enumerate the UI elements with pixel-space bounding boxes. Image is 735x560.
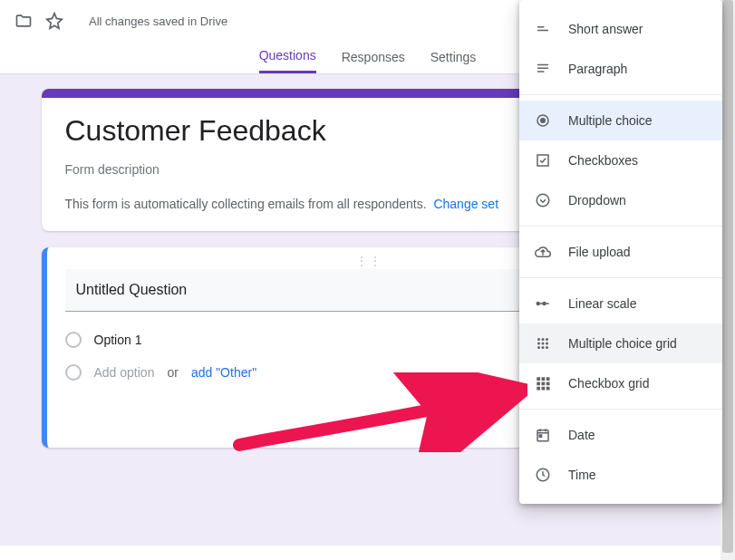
radio-icon (65, 332, 82, 348)
clock-icon (534, 466, 552, 484)
add-other-link[interactable]: add "Other" (191, 365, 256, 380)
svg-rect-25 (546, 382, 550, 386)
svg-rect-5 (537, 155, 548, 166)
radio-icon (65, 364, 82, 381)
svg-point-4 (540, 118, 546, 123)
paragraph-icon (534, 60, 552, 78)
svg-point-6 (537, 194, 549, 207)
svg-point-12 (542, 338, 545, 341)
svg-point-13 (546, 338, 548, 341)
dropdown-label: Checkboxes (568, 153, 638, 168)
option-1-text[interactable]: Option 1 (94, 333, 142, 347)
svg-point-19 (546, 346, 548, 349)
dropdown-option-paragraph[interactable]: Paragraph (519, 49, 722, 89)
save-status: All changes saved in Drive (89, 14, 227, 28)
dropdown-option-short-answer[interactable]: Short answer (519, 9, 722, 49)
checkbox-icon (534, 151, 552, 169)
dropdown-label: File upload (568, 245, 631, 259)
tab-questions[interactable]: Questions (259, 48, 316, 73)
radio-filled-icon (534, 111, 552, 130)
dropdown-label: Time (568, 468, 596, 482)
dropdown-option-multiple-choice[interactable]: Multiple choice (519, 101, 722, 140)
dropdown-label: Checkbox grid (568, 376, 650, 391)
dropdown-option-multiple-choice-grid[interactable]: Multiple choice grid (519, 323, 722, 363)
upload-icon (534, 243, 552, 261)
svg-point-11 (537, 338, 540, 341)
scrollbar-thumb[interactable] (722, 0, 733, 553)
dropdown-label: Multiple choice (568, 113, 653, 128)
dropdown-label: Multiple choice grid (568, 336, 677, 351)
tab-settings[interactable]: Settings (430, 50, 477, 73)
dropdown-option-checkboxes[interactable]: Checkboxes (519, 140, 722, 180)
svg-rect-22 (546, 377, 550, 381)
add-option-link[interactable]: Add option (94, 365, 155, 380)
scrollbar[interactable] (720, 0, 735, 560)
dropdown-option-dropdown[interactable]: Dropdown (519, 180, 722, 220)
dropdown-label: Dropdown (568, 193, 626, 208)
dropdown-label: Paragraph (568, 62, 627, 76)
dropdown-label: Date (568, 428, 595, 442)
email-notice-text: This form is automatically collecting em… (65, 197, 427, 211)
or-text: or (167, 365, 178, 380)
dropdown-option-checkbox-grid[interactable]: Checkbox grid (519, 363, 722, 403)
dropdown-option-file-upload[interactable]: File upload (519, 232, 722, 272)
tab-responses[interactable]: Responses (342, 50, 405, 73)
dropdown-option-linear-scale[interactable]: Linear scale (519, 284, 722, 323)
dropdown-option-time[interactable]: Time (519, 455, 722, 495)
svg-rect-23 (537, 382, 540, 386)
svg-point-17 (537, 346, 540, 349)
svg-rect-28 (546, 387, 550, 391)
folder-icon[interactable] (13, 10, 34, 32)
svg-point-18 (542, 346, 545, 349)
svg-rect-10 (546, 303, 549, 304)
svg-point-16 (546, 343, 548, 345)
short-answer-icon (534, 20, 552, 38)
svg-rect-24 (542, 382, 546, 386)
dropdown-label: Short answer (568, 22, 643, 36)
svg-rect-27 (542, 387, 546, 391)
svg-rect-30 (539, 435, 541, 437)
star-icon[interactable] (44, 10, 65, 32)
dot-grid-icon (534, 334, 552, 352)
svg-point-14 (537, 343, 540, 345)
change-settings-link[interactable]: Change set (433, 197, 498, 211)
svg-rect-26 (537, 387, 540, 391)
question-type-dropdown: Short answer Paragraph Multiple choice C… (519, 0, 722, 504)
square-grid-icon (534, 374, 552, 392)
dropdown-option-date[interactable]: Date (519, 415, 722, 455)
calendar-icon (534, 426, 552, 444)
linear-scale-icon (534, 294, 552, 313)
svg-rect-20 (537, 377, 540, 381)
svg-rect-21 (542, 377, 546, 381)
svg-point-15 (542, 343, 545, 345)
dropdown-icon (534, 191, 552, 209)
dropdown-label: Linear scale (568, 296, 637, 311)
